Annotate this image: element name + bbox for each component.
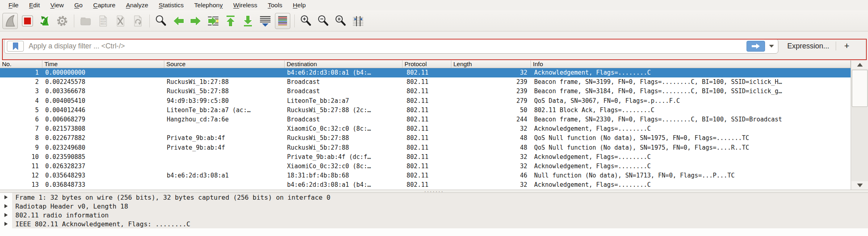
expand-arrow-icon[interactable]: [0, 193, 12, 202]
toolbar-go-to-packet-button[interactable]: [205, 13, 221, 29]
toolbar-go-back-button[interactable]: [171, 13, 186, 29]
cell-info: Acknowledgement, Flags=........C: [531, 68, 851, 77]
file-open-icon: [79, 14, 92, 28]
menu-capture[interactable]: Capture: [88, 0, 121, 10]
cell-dst: RuckusWi_5b:27:88: [285, 134, 403, 143]
menu-help[interactable]: Help: [287, 0, 311, 10]
filter-bookmark-button[interactable]: [7, 41, 24, 52]
filter-add-button[interactable]: +: [840, 40, 853, 52]
toolbar-capture-restart-button[interactable]: [37, 13, 52, 29]
menu-file[interactable]: File: [3, 0, 24, 10]
cell-len: 32: [451, 124, 531, 134]
detail-row[interactable]: 802.11 radio information: [0, 211, 868, 219]
cell-src: [164, 180, 285, 190]
column-header-proto[interactable]: Protocol: [403, 61, 451, 68]
menu-go[interactable]: Go: [69, 0, 88, 10]
cell-info: QoS Null function (No data), SN=1975, FN…: [531, 143, 851, 152]
toolbar-capture-start-button[interactable]: [2, 13, 18, 29]
capture-start-icon: [3, 14, 17, 28]
packet-row-1[interactable]: 10.000000000b4:e6:2d:d3:08:a1 (b4:…802.1…: [0, 68, 851, 77]
packet-row-2[interactable]: 20.002245578RuckusWi_1b:27:88Broadcast80…: [0, 77, 851, 87]
detail-row[interactable]: Radiotap Header v0, Length 18: [0, 202, 868, 211]
toolbar-go-first-button[interactable]: [223, 13, 238, 29]
go-last-icon: [241, 14, 255, 28]
detail-row[interactable]: IEEE 802.11 Acknowledgement, Flags: ....…: [0, 219, 868, 228]
column-header-len[interactable]: Length: [451, 61, 531, 68]
display-filter-input[interactable]: Apply a display filter ... <Ctrl-/>: [4, 39, 778, 54]
pane-splitter[interactable]: [0, 190, 868, 193]
packet-row-4[interactable]: 40.00400541094:d9:b3:99:c5:80LiteonTe_bb…: [0, 96, 851, 106]
packet-row-10[interactable]: 100.023590885Private_9b:ab:4f (dc:f…802.…: [0, 152, 851, 162]
splitter-grip-icon: [424, 190, 444, 193]
expression-button[interactable]: Expression...: [785, 40, 832, 52]
toolbar-zoom-in-button[interactable]: [298, 13, 314, 29]
go-first-icon: [224, 14, 237, 28]
packet-row-6[interactable]: 60.006068279Hangzhou_cd:7a:6eBroadcast80…: [0, 115, 851, 124]
packet-row-11[interactable]: 110.026328237XiaomiCo_0c:32:c0 (8c:…802.…: [0, 162, 851, 171]
cell-src: b4:e6:2d:d3:08:a1: [164, 171, 285, 180]
packet-row-9[interactable]: 90.023249680Private_9b:ab:4fRuckusWi_5b:…: [0, 143, 851, 152]
cell-src: Private_9b:ab:4f: [164, 134, 285, 143]
toolbar-colorize-button[interactable]: [275, 13, 290, 29]
zoom-out-icon: [317, 14, 330, 28]
toolbar-go-last-button[interactable]: [240, 13, 256, 29]
detail-row[interactable]: Frame 1: 32 bytes on wire (256 bits), 32…: [0, 193, 868, 202]
cell-no: 12: [0, 171, 42, 180]
cell-time: 0.023249680: [42, 143, 164, 152]
find-packet-icon: [154, 14, 168, 28]
cell-dst: RuckusWi_5b:27:88: [285, 143, 403, 152]
filter-history-dropdown[interactable]: [769, 45, 774, 48]
packet-row-12[interactable]: 120.035648293b4:e6:2d:d3:08:a118:31:bf:4…: [0, 171, 851, 180]
column-header-no[interactable]: No.: [0, 61, 42, 68]
cell-dst: LiteonTe_bb:2a:a7: [285, 96, 403, 106]
packet-row-3[interactable]: 30.003366678RuckusWi_5b:27:88Broadcast80…: [0, 87, 851, 96]
filterbar-separator: [836, 42, 836, 50]
packet-row-7[interactable]: 70.021573808XiaomiCo_0c:32:c0 (8c:…802.1…: [0, 124, 851, 134]
toolbar-resize-columns-button[interactable]: [350, 13, 366, 29]
expand-arrow-icon[interactable]: [0, 202, 12, 211]
vertical-scrollbar[interactable]: [851, 61, 868, 190]
toolbar-go-forward-button[interactable]: [188, 13, 203, 29]
menu-wireless[interactable]: Wireless: [228, 0, 262, 10]
column-header-info[interactable]: Info: [531, 61, 851, 68]
menu-tools[interactable]: Tools: [262, 0, 287, 10]
toolbar-file-reload-button: [130, 13, 145, 29]
cell-time: 0.021573808: [42, 124, 164, 134]
cell-info: Acknowledgement, Flags=........C: [531, 152, 851, 162]
go-forward-icon: [189, 14, 203, 28]
menu-telephony[interactable]: Telephony: [189, 0, 228, 10]
toolbar-capture-stop-button[interactable]: [20, 13, 35, 29]
arrow-down-icon: [857, 184, 863, 187]
cell-info: Beacon frame, SN=3199, FN=0, Flags=.....…: [531, 77, 851, 87]
filter-apply-button[interactable]: [746, 41, 765, 52]
scroll-up-button[interactable]: [851, 61, 868, 69]
detail-row-text: 802.11 radio information: [12, 211, 868, 219]
toolbar-capture-options-button[interactable]: [55, 13, 70, 29]
cell-proto: 802.11: [403, 143, 451, 152]
packet-row-8[interactable]: 80.022677882Private_9b:ab:4fRuckusWi_5b:…: [0, 134, 851, 143]
toolbar-find-packet-button[interactable]: [153, 13, 169, 29]
scrollbar-thumb[interactable]: [852, 70, 868, 107]
column-header-src[interactable]: Source: [164, 61, 285, 68]
packet-row-5[interactable]: 50.004012446LiteonTe_bb:2a:a7 (ac:…Rucku…: [0, 106, 851, 115]
expand-arrow-icon[interactable]: [0, 211, 12, 219]
scroll-down-button[interactable]: [851, 181, 868, 190]
toolbar-autoscroll-button[interactable]: [258, 13, 273, 29]
column-header-dst[interactable]: Destination: [285, 61, 403, 68]
cell-no: 9: [0, 143, 42, 152]
expand-arrow-icon[interactable]: [0, 219, 12, 228]
toolbar-zoom-original-button[interactable]: [333, 13, 348, 29]
cell-info: Acknowledgement, Flags=........C: [531, 162, 851, 171]
menu-analyze[interactable]: Analyze: [121, 0, 153, 10]
menu-bar: FileEditViewGoCaptureAnalyzeStatisticsTe…: [0, 0, 868, 10]
toolbar-zoom-out-button[interactable]: [316, 13, 331, 29]
menu-statistics[interactable]: Statistics: [153, 0, 189, 10]
zoom-in-icon: [299, 14, 313, 28]
capture-options-icon: [55, 14, 69, 28]
menu-edit[interactable]: Edit: [24, 0, 45, 10]
cell-no: 7: [0, 124, 42, 134]
column-header-time[interactable]: Time: [42, 61, 164, 68]
detail-row-text: Frame 1: 32 bytes on wire (256 bits), 32…: [12, 193, 868, 202]
cell-proto: 802.11: [403, 115, 451, 124]
menu-view[interactable]: View: [45, 0, 69, 10]
